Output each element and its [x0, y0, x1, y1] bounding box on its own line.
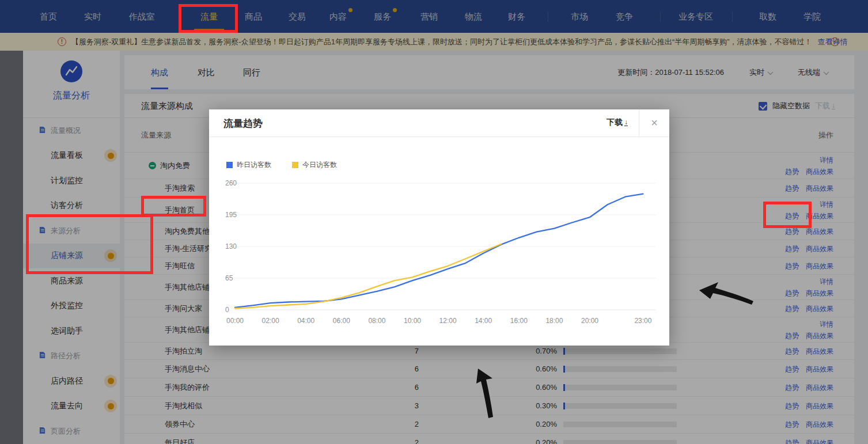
x-tick-label: 23:00 — [634, 317, 651, 325]
legend-label: 今日访客数 — [302, 160, 337, 170]
x-tick-label: 06:00 — [333, 317, 350, 325]
traffic-trend-modal: 流量趋势 下载↓ × 昨日访客数今日访客数 26019513065000:000… — [209, 109, 669, 346]
x-tick-label: 04:00 — [297, 317, 314, 325]
legend-item-昨日访客数[interactable]: 昨日访客数 — [226, 160, 271, 170]
modal-download-button[interactable]: 下载↓ — [607, 117, 628, 128]
app-root: 首页实时作战室流量商品交易内容服务营销物流财务市场竞争业务专区取数学院 ! 【服… — [0, 0, 868, 444]
y-tick-label: 130 — [225, 242, 237, 251]
modal-title: 流量趋势 — [223, 117, 263, 130]
legend-swatch — [292, 162, 298, 168]
chart-legend: 昨日访客数今日访客数 — [226, 160, 337, 170]
series-line-昨日访客数 — [235, 194, 643, 308]
legend-item-今日访客数[interactable]: 今日访客数 — [292, 160, 337, 170]
x-tick-label: 18:00 — [545, 317, 563, 325]
x-tick-label: 16:00 — [510, 317, 528, 325]
y-tick-label: 0 — [225, 306, 229, 314]
x-tick-label: 10:00 — [404, 317, 421, 325]
x-tick-label: 12:00 — [439, 317, 457, 325]
download-icon: ↓ — [624, 119, 628, 126]
y-tick-label: 260 — [225, 179, 237, 187]
x-tick-label: 00:00 — [226, 317, 244, 325]
series-line-今日访客数 — [235, 244, 501, 309]
legend-swatch — [226, 162, 233, 168]
x-tick-label: 14:00 — [475, 317, 492, 325]
x-tick-label: 08:00 — [368, 317, 385, 325]
modal-close-button[interactable]: × — [639, 109, 669, 136]
y-tick-label: 65 — [225, 274, 233, 282]
legend-label: 昨日访客数 — [237, 160, 271, 170]
modal-body: 昨日访客数今日访客数 26019513065000:0002:0004:0006… — [209, 137, 669, 345]
x-tick-label: 02:00 — [262, 317, 279, 325]
modal-header: 流量趋势 下载↓ × — [209, 109, 669, 137]
x-tick-label: 20:00 — [581, 317, 598, 325]
y-tick-label: 195 — [225, 211, 237, 219]
